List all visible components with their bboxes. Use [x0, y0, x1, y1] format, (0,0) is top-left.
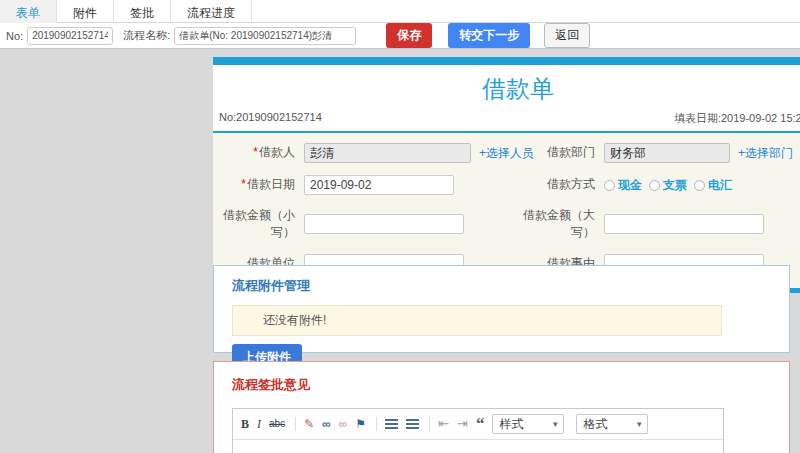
radio-check-label[interactable]: 支票 [663, 177, 687, 194]
no-label: No: [6, 30, 23, 42]
amount-small-field: 借款金额（小写） [213, 201, 513, 248]
pay-method-field: 借款方式 现金 支票 电汇 [513, 169, 800, 201]
outdent-icon[interactable]: ⇤ [438, 417, 449, 431]
tab-form[interactable]: 表单 [0, 0, 57, 23]
panel-top-bar [213, 57, 800, 65]
borrower-field: *借款人 +选择人员 [213, 137, 513, 169]
loan-form-panel: 借款单 No:20190902152714 填表日期:2019-09-02 15… [213, 57, 800, 293]
form-title: 借款单 [213, 65, 800, 107]
toolbar-separator [376, 417, 377, 431]
back-button[interactable]: 返回 [544, 23, 590, 48]
anchor-icon[interactable]: ⚑ [355, 417, 366, 431]
styles-dropdown[interactable]: 样式 ▾ [492, 414, 564, 434]
bulleted-list-icon[interactable] [406, 419, 419, 429]
styles-dropdown-label: 样式 [499, 416, 523, 433]
required-mark: * [253, 145, 258, 159]
indent-icon[interactable]: ⇥ [457, 417, 468, 431]
format-dropdown-label: 格式 [583, 416, 607, 433]
editor-toolbar: B I abc ✎ ∞ ∞ ⚑ ⇤ ⇥ “ 样式 ▾ 格式 ▾ [233, 409, 723, 440]
amount-big-field: 借款金额（大写） [513, 201, 800, 248]
tab-progress[interactable]: 流程进度 [171, 0, 252, 23]
process-name-label: 流程名称: [123, 28, 170, 43]
chevron-down-icon: ▾ [637, 419, 642, 429]
no-attachments-alert: 还没有附件! [232, 305, 722, 336]
pay-method-options: 现金 支票 电汇 [604, 177, 739, 194]
amount-small-label: 借款金额（小写） [213, 207, 295, 242]
borrower-label: *借款人 [213, 144, 295, 161]
tab-bar: 表单 附件 签批 流程进度 [0, 0, 800, 23]
department-input[interactable] [604, 143, 730, 163]
form-no-text: No:20190902152714 [219, 111, 322, 126]
department-label: 借款部门 [513, 144, 595, 161]
italic-icon[interactable]: I [257, 417, 261, 431]
link-icon[interactable]: ∞ [322, 417, 331, 431]
form-date-text: 填表日期:2019-09-02 15:27:1 [674, 111, 800, 126]
radio-wire[interactable] [694, 180, 705, 191]
toolbar-separator [295, 417, 296, 431]
blockquote-icon[interactable]: “ [476, 417, 485, 431]
unlink-icon[interactable]: ∞ [339, 417, 348, 431]
pay-method-label: 借款方式 [513, 176, 595, 193]
amount-big-label: 借款金额（大写） [513, 207, 595, 242]
attachments-panel: 流程附件管理 还没有附件! 上传附件 [213, 265, 790, 353]
loan-date-label: *借款日期 [213, 176, 295, 193]
strikethrough-icon[interactable]: abc [269, 417, 285, 431]
chevron-down-icon: ▾ [553, 419, 558, 429]
form-meta-row: No:20190902152714 填表日期:2019-09-02 15:27:… [213, 107, 800, 131]
department-field: 借款部门 +选择部门 [513, 137, 800, 169]
toolbar-separator [429, 417, 430, 431]
attachments-title: 流程附件管理 [232, 277, 771, 295]
approval-panel: 流程签批意见 B I abc ✎ ∞ ∞ ⚑ ⇤ ⇥ “ 样式 ▾ 格式 ▾ [213, 361, 790, 453]
command-bar: No: 流程名称: 保存 转交下一步 返回 [0, 23, 800, 49]
radio-cash-label[interactable]: 现金 [618, 177, 642, 194]
required-mark: * [241, 177, 246, 191]
remove-format-icon[interactable]: ✎ [304, 417, 314, 431]
bold-icon[interactable]: B [241, 417, 249, 431]
loan-date-input[interactable] [304, 175, 454, 195]
save-button[interactable]: 保存 [386, 23, 432, 48]
no-input[interactable] [27, 27, 113, 45]
amount-small-input[interactable] [304, 214, 464, 234]
editor-content[interactable] [233, 440, 723, 453]
radio-wire-label[interactable]: 电汇 [708, 177, 732, 194]
forward-next-step-button[interactable]: 转交下一步 [448, 23, 530, 48]
rich-text-editor: B I abc ✎ ∞ ∞ ⚑ ⇤ ⇥ “ 样式 ▾ 格式 ▾ [232, 408, 724, 453]
tab-approval[interactable]: 签批 [114, 0, 171, 23]
approval-title: 流程签批意见 [232, 376, 771, 394]
process-name-input[interactable] [174, 27, 356, 45]
radio-check[interactable] [649, 180, 660, 191]
tab-attachment[interactable]: 附件 [57, 0, 114, 23]
ordered-list-icon[interactable] [385, 419, 398, 429]
amount-big-input[interactable] [604, 214, 764, 234]
loan-date-field: *借款日期 [213, 169, 513, 201]
select-department-link[interactable]: +选择部门 [738, 145, 793, 162]
borrower-input[interactable] [304, 143, 471, 163]
radio-cash[interactable] [604, 180, 615, 191]
format-dropdown[interactable]: 格式 ▾ [576, 414, 648, 434]
